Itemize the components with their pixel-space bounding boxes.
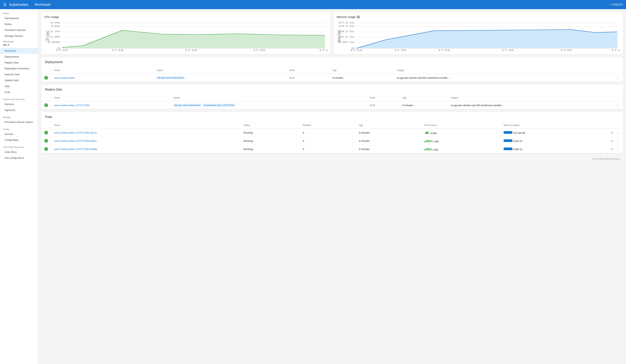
rs-labels-cell: k8s-app: auto-model-worker pod-template-… [170, 101, 367, 109]
sidebar-item-istio-config[interactable]: istio-config.istio.io [0, 155, 38, 161]
deployments-section: Deployments Name Labels Pods Age Images [41, 57, 623, 82]
pod-list-button[interactable]: ≡ [610, 147, 613, 152]
svg-text:17:20: 17:20 [560, 49, 572, 51]
page-title: Workloads [35, 3, 609, 7]
pod-actions-cell: ≡ ⋮ [607, 137, 623, 145]
svg-text:3.60: 3.60 [50, 25, 60, 27]
svg-rect-46 [504, 147, 512, 150]
pod-status-value: Running [240, 129, 300, 137]
pods-col-memory: Memory (bytes) [501, 122, 607, 129]
sidebar-item-config-maps[interactable]: Config Maps [0, 137, 38, 143]
sidebar-item-replication-controllers[interactable]: Replication Controllers [0, 66, 38, 71]
svg-text:Memory (bytes): Memory (bytes) [337, 30, 342, 42]
deployments-col-age: Age [329, 67, 394, 74]
deployment-more-button[interactable]: ⋮ [615, 75, 620, 80]
deployments-table: Name Labels Pods Age Images ✓ au [41, 67, 623, 82]
storage-section-title: Storage [0, 113, 38, 119]
rs-col-labels: Labels [170, 95, 367, 101]
pod-name-cell: auto-model-worker-1270771004-4k8cc [51, 137, 240, 145]
pod-status-value: Running [240, 137, 300, 145]
rs-status-cell: ✓ [41, 101, 51, 109]
pod-list-button[interactable]: ≡ [610, 130, 613, 135]
replica-sets-title: Replica Sets [41, 85, 623, 95]
sidebar-item-storage-classes[interactable]: Storage Classes [0, 33, 38, 39]
memory-chart-area: 27.2 Gi 24.2 Gi 18.2 Gi 12.1 Gi 6.05 Gi … [337, 21, 620, 51]
sidebar-item-stateful-sets[interactable]: Stateful Sets [0, 77, 38, 83]
rs-col-pods: Pods [367, 95, 399, 101]
pod-name-link[interactable]: auto-model-worker-1270771004-4k8cc [54, 139, 97, 142]
pod-name-link[interactable]: auto-model-worker-1270771004-6d90p [54, 148, 97, 151]
sidebar-item-persistent-volumes[interactable]: Persistent Volumes [0, 27, 38, 33]
status-ok-icon: ✓ [44, 147, 48, 151]
cpu-chart-title: CPU usage [44, 15, 327, 19]
rs-name-link[interactable]: auto-model-worker-1270771004 [54, 104, 89, 107]
pods-col-status-label: Status [240, 122, 300, 129]
pods-section: Pods Name Status Restarts Age CPU (cores… [41, 112, 623, 153]
table-row: ✓ auto-model-worker-1270771004-3ps1x Run… [41, 129, 623, 137]
pod-name-link[interactable]: auto-model-worker-1270771004-3ps1x [54, 131, 97, 134]
deployment-age-cell: 9 minutes [329, 74, 394, 82]
services-section-title: Services and discovery [0, 95, 38, 101]
cpu-chart-svg: 4.05 3.60 2.70 1.80 0.900 0 CPU (cores) [44, 21, 327, 51]
svg-text:17:20: 17:20 [253, 49, 265, 51]
rs-more-button[interactable]: ⋮ [615, 102, 620, 108]
cpu-chart-card: CPU usage 4.05 3.60 2.70 1.80 0.900 0 CP… [41, 12, 331, 54]
svg-text:17:22: 17:22 [611, 49, 620, 51]
cpu-spark-icon [424, 131, 430, 134]
svg-text:1.80: 1.80 [50, 36, 60, 38]
config-section-title: Config [0, 125, 38, 131]
namespace-selector[interactable]: dev ▾ [3, 43, 35, 46]
pods-col-status [41, 122, 51, 129]
sidebar-item-daemon-sets[interactable]: Daemon Sets [0, 71, 38, 77]
rs-col-name: Name [51, 95, 170, 101]
sidebar-item-pods[interactable]: Pods [0, 89, 38, 95]
pod-list-button[interactable]: ≡ [610, 138, 613, 143]
deployment-name-link[interactable]: auto-model-worker [54, 76, 75, 79]
deployment-actions-cell: ⋮ [612, 74, 623, 82]
svg-text:17:16: 17:16 [112, 49, 124, 51]
sidebar-item-d-tab[interactable]: d-tab.l5d.io [0, 149, 38, 155]
replica-sets-section: Replica Sets Name Labels Pods Age Images [41, 85, 623, 109]
sidebar-item-namespaces[interactable]: Namespaces [0, 15, 38, 21]
pod-more-button[interactable]: ⋮ [615, 130, 620, 135]
pod-cpu-value: 1.409 [421, 137, 501, 145]
deployment-pods-cell: 3 / 3 [286, 74, 329, 82]
pod-memory-value: 9.905 Gi [501, 145, 607, 153]
rs-col-images: Images [448, 95, 612, 101]
create-button[interactable]: + CREATE [609, 3, 623, 6]
rs-age-cell: 9 minutes [399, 101, 448, 109]
svg-marker-13 [62, 30, 325, 48]
sidebar-item-ingresses[interactable]: Ingresses [0, 107, 38, 113]
svg-text:CPU (cores): CPU (cores) [45, 31, 50, 41]
rs-col-age: Age [399, 95, 448, 101]
table-row: ✓ auto-model-worker-1270771004-4k8cc Run… [41, 137, 623, 145]
pod-memory-value: 723.344 Mi [501, 129, 607, 137]
pod-more-button[interactable]: ⋮ [615, 138, 620, 143]
sidebar-item-pvc[interactable]: Persistent Volume Claims [0, 119, 38, 125]
pod-more-button[interactable]: ⋮ [615, 146, 620, 152]
pods-col-cpu: CPU (cores) [421, 122, 501, 129]
sidebar-item-services[interactable]: Services [0, 101, 38, 107]
deployments-col-pods: Pods [286, 67, 329, 74]
pod-age-value: 9 minutes [356, 137, 421, 145]
svg-text:27.2 Gi: 27.2 Gi [339, 22, 354, 24]
deployments-header-row: Name Labels Pods Age Images [41, 67, 623, 74]
memory-chart-svg: 27.2 Gi 24.2 Gi 18.2 Gi 12.1 Gi 6.05 Gi … [337, 21, 620, 51]
pods-col-age: Age [356, 122, 421, 129]
rs-name-cell: auto-model-worker-1270771004 [51, 101, 170, 109]
memory-bar-icon [504, 139, 512, 142]
hamburger-menu-icon[interactable]: ☰ [3, 2, 6, 7]
cpu-spark-icon [424, 147, 432, 151]
cpu-chart-area: 4.05 3.60 2.70 1.80 0.900 0 CPU (cores) [44, 21, 327, 51]
sidebar-item-nodes[interactable]: Nodes [0, 21, 38, 27]
sidebar-item-deployments[interactable]: Deployments [0, 54, 38, 60]
sidebar-item-workloads[interactable]: Workloads [0, 48, 38, 54]
admin-section-title: Admin [0, 9, 38, 15]
pod-memory-value: 9.532 Gi [501, 137, 607, 145]
sidebar-item-secrets[interactable]: Secrets [0, 131, 38, 137]
svg-text:17:14: 17:14 [350, 49, 362, 51]
pod-status-cell: ✓ [41, 137, 51, 145]
sidebar-item-replica-sets[interactable]: Replica Sets [0, 60, 38, 66]
svg-text:0.900: 0.900 [48, 41, 60, 43]
sidebar-item-jobs[interactable]: Jobs [0, 83, 38, 89]
